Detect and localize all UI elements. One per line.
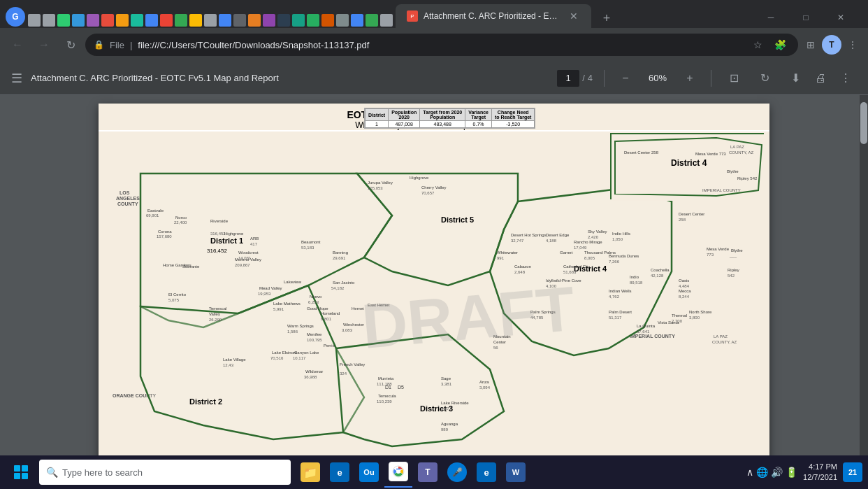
pdf-menu-button[interactable]: ☰ [11,71,22,86]
favicon-21 [321,14,334,27]
edge-icon: e [330,462,349,482]
page-number-input[interactable] [557,70,579,87]
taskbar-app-edge2[interactable]: e [472,457,500,488]
svg-text:COUNTY: COUNTY [117,201,138,206]
svg-text:Banning: Banning [333,250,348,255]
zoom-in-button[interactable]: + [680,69,700,88]
active-tab[interactable]: P Attachment C. ARC Prioritized - EOTC F… [396,4,591,28]
back-button[interactable]: ← [6,33,29,57]
scrollbar-thumb[interactable] [860,102,867,144]
print-button[interactable]: 🖨 [809,67,832,90]
taskbar-app-word[interactable]: W [502,457,530,488]
more-options-button[interactable]: ⋮ [834,67,857,90]
svg-text:89,518: 89,518 [630,281,643,285]
svg-text:8,005: 8,005 [584,256,595,260]
svg-text:1,050: 1,050 [612,237,623,241]
minimize-button[interactable]: ─ [755,7,787,28]
address-url: file:///C:/Users/TCoulter/Downloads/Snap… [138,40,742,50]
taskbar-app-edge[interactable]: e [326,457,354,488]
browser-menu-icon[interactable]: ⋮ [843,35,862,55]
extensions-menu-icon[interactable]: ⊞ [801,35,820,55]
svg-text:110,239: 110,239 [377,399,392,404]
extensions-icon[interactable]: 🧩 [770,35,790,55]
taskbar-app-teams[interactable]: T [414,457,442,488]
taskbar-app-file-explorer[interactable]: 📁 [296,457,324,488]
svg-text:Rancho Mirage: Rancho Mirage [574,240,602,244]
svg-text:Indian Wells: Indian Wells [609,289,632,293]
svg-text:D5: D5 [398,385,404,390]
svg-text:70,657: 70,657 [421,191,435,195]
address-bar[interactable]: 🔒 File | file:///C:/Users/TCoulter/Downl… [85,34,798,56]
svg-text:53,183: 53,183 [301,246,314,250]
toolbar-divider-1 [604,70,605,87]
tab-google[interactable]: G [6,7,25,27]
svg-text:6,801: 6,801 [321,317,332,321]
download-button[interactable]: ⬇ [784,67,806,90]
start-button[interactable] [6,457,36,488]
favicon-1 [28,14,41,27]
show-hidden-icons[interactable]: ∧ [746,467,753,478]
favicon-6 [101,14,114,27]
favicon-22 [336,14,349,27]
svg-text:ARB: ARB [250,236,259,241]
notification-button[interactable]: 21 [843,462,862,482]
svg-text:14,061: 14,061 [238,256,252,260]
maximize-button[interactable]: □ [790,7,822,28]
new-tab-button[interactable]: + [597,8,616,28]
fit-page-button[interactable]: ⊡ [723,67,745,90]
profile-button[interactable]: T [822,35,841,55]
table-cell-target: 483,488 [420,121,465,128]
close-button[interactable]: ✕ [825,7,857,28]
svg-text:North Shore: North Shore [689,310,712,314]
svg-text:Highgrove: Highgrove [224,232,244,236]
svg-text:ANGELES: ANGELES [116,196,140,201]
system-tray: ∧ 🌐 🔊 🔋 [746,467,797,478]
svg-text:19,953: 19,953 [258,292,271,296]
svg-text:French Valley: French Valley [340,362,365,367]
volume-icon[interactable]: 🔊 [771,467,783,478]
rotate-button[interactable]: ↻ [753,67,776,90]
svg-text:Lake Riverside: Lake Riverside [441,401,469,405]
favicon-11 [175,14,187,27]
favicon-25 [380,14,393,27]
svg-text:542: 542 [728,274,735,278]
svg-text:Anza: Anza [479,380,489,384]
taskbar-app-outlook[interactable]: Ou [355,457,383,488]
svg-point-158 [396,469,400,474]
forward-button[interactable]: → [32,33,56,57]
favicon-10 [160,14,173,27]
tab-close-button[interactable]: ✕ [567,10,580,22]
svg-text:Menifee: Menifee [307,332,322,336]
taskbar-app-chrome[interactable] [384,457,412,488]
bookmark-icon[interactable]: ☆ [748,35,767,55]
favicon-20 [307,14,319,27]
battery-icon[interactable]: 🔋 [786,467,797,478]
pdf-page: EOTC Fv5.1 Redistricting Boundaries With… [99,104,769,455]
search-bar[interactable]: 🔍 Type here to search [39,460,291,485]
search-icon: 🔍 [46,467,58,478]
svg-text:Sky Valley: Sky Valley [588,229,607,234]
system-clock[interactable]: 4:17 PM 12/7/2021 [803,462,837,483]
network-icon[interactable]: 🌐 [756,467,768,478]
taskbar-app-cortana[interactable]: 🎤 [443,457,471,488]
address-actions: ☆ 🧩 [748,35,790,55]
favicon-24 [366,14,378,27]
svg-text:___: ___ [729,254,737,258]
scrollbar[interactable] [860,95,868,455]
svg-text:Temecula: Temecula [378,394,396,398]
svg-text:District 4: District 4 [671,158,707,168]
svg-text:Winchester: Winchester [343,323,364,327]
lock-icon: 🔒 [94,40,104,50]
chrome-icon [389,462,408,481]
favicon-15 [233,14,246,27]
svg-text:Mecca: Mecca [679,289,691,293]
zoom-out-button[interactable]: − [616,69,635,88]
svg-text:Lake Village: Lake Village [223,357,246,362]
teams-icon: T [418,462,437,482]
svg-text:IMPERIAL COUNTY: IMPERIAL COUNTY [630,334,675,339]
svg-text:Warm Springs: Warm Springs [287,324,314,328]
table-cell-variance: 0.7% [465,121,492,128]
svg-text:54,182: 54,182 [331,286,345,290]
refresh-button[interactable]: ↻ [59,33,82,57]
svg-text:17,049: 17,049 [574,246,587,250]
